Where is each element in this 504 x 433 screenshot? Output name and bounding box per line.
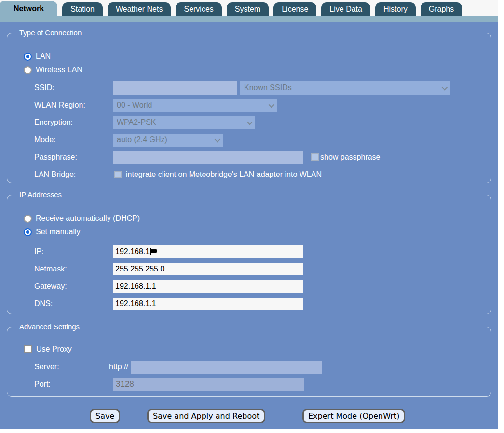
- active-tab-strip: [0, 16, 498, 22]
- tab-license[interactable]: License: [273, 2, 316, 16]
- lan-bridge-text: integrate client on Meteobridge's LAN ad…: [126, 170, 322, 179]
- set-manually-radio-label: Set manually: [36, 228, 81, 236]
- tab-live-data[interactable]: Live Data: [321, 2, 370, 16]
- http-prefix: http://: [109, 363, 128, 371]
- section-title: Advanced Settings: [17, 323, 82, 331]
- use-proxy-label: Use Proxy: [36, 345, 72, 353]
- section-title: IP Addresses: [17, 190, 64, 199]
- dns-label: DNS:: [34, 299, 113, 308]
- section-ip-addresses: IP Addresses Receive automatically (DHCP…: [7, 195, 491, 314]
- chevron-down-icon: [442, 84, 448, 90]
- expert-mode-button[interactable]: Expert Mode (OpenWrt): [302, 409, 405, 423]
- tab-weather-nets[interactable]: Weather Nets: [108, 2, 171, 16]
- netmask-input[interactable]: [113, 263, 303, 275]
- tab-graphs[interactable]: Graphs: [421, 2, 462, 16]
- dhcp-radio[interactable]: [24, 215, 32, 223]
- encryption-label: Encryption:: [34, 118, 113, 127]
- mode-label: Mode:: [34, 135, 113, 144]
- section-title: Type of Connection: [17, 28, 84, 37]
- wlan-region-value: 00 - World: [117, 101, 265, 109]
- proxy-port-label: Port:: [34, 380, 113, 389]
- chevron-down-icon: [247, 119, 253, 125]
- show-passphrase-checkbox[interactable]: [311, 153, 319, 161]
- lan-radio[interactable]: [24, 53, 32, 61]
- show-passphrase-label: show passphrase: [320, 153, 381, 162]
- gateway-label: Gateway:: [34, 282, 113, 291]
- network-settings-page: Network Station Weather Nets Services Sy…: [0, 0, 504, 433]
- proxy-server-input[interactable]: [131, 361, 322, 374]
- tab-system[interactable]: System: [227, 2, 269, 16]
- tab-network[interactable]: Network: [0, 1, 57, 16]
- mode-select[interactable]: auto (2.4 GHz): [113, 134, 223, 147]
- ip-label: IP:: [34, 247, 113, 256]
- gateway-input[interactable]: [113, 280, 303, 293]
- wlan-region-select[interactable]: 00 - World: [113, 99, 277, 112]
- chevron-down-icon: [215, 136, 221, 142]
- lan-radio-label: LAN: [36, 52, 51, 61]
- ssid-label: SSID:: [34, 83, 113, 92]
- netmask-label: Netmask:: [34, 265, 113, 273]
- wireless-lan-radio[interactable]: [24, 66, 32, 74]
- use-proxy-checkbox[interactable]: [24, 345, 32, 353]
- dns-input[interactable]: [113, 298, 303, 310]
- chevron-down-icon: [269, 101, 275, 108]
- passphrase-input[interactable]: [113, 151, 303, 164]
- set-manually-radio[interactable]: [24, 228, 32, 236]
- wireless-lan-radio-label: Wireless LAN: [36, 66, 82, 74]
- tab-services[interactable]: Services: [176, 2, 221, 16]
- encryption-value: WPA2-PSK: [117, 118, 243, 127]
- save-button[interactable]: Save: [90, 409, 120, 423]
- tab-history[interactable]: History: [375, 2, 416, 16]
- section-type-of-connection: Type of Connection LAN Wireless LAN SSID…: [7, 33, 491, 183]
- ip-value: 192.168.1: [115, 247, 150, 256]
- dhcp-radio-label: Receive automatically (DHCP): [36, 214, 140, 223]
- proxy-port-input[interactable]: [113, 378, 304, 391]
- tab-station[interactable]: Station: [62, 2, 103, 16]
- mode-value: auto (2.4 GHz): [117, 135, 211, 144]
- tab-bar: Network Station Weather Nets Services Sy…: [0, 0, 498, 16]
- known-ssids-select[interactable]: Known SSIDs: [240, 81, 450, 95]
- known-ssids-value: Known SSIDs: [244, 83, 438, 92]
- proxy-server-label: Server:: [34, 363, 109, 371]
- ip-input[interactable]: 192.168.1: [113, 245, 303, 258]
- passphrase-label: Passphrase:: [34, 153, 113, 162]
- wlan-region-label: WLAN Region:: [34, 101, 113, 109]
- lan-bridge-label: LAN Bridge:: [34, 170, 113, 179]
- save-apply-reboot-button[interactable]: Save and Apply and Reboot: [147, 409, 265, 423]
- section-advanced-settings: Advanced Settings Use Proxy Server: http…: [7, 327, 491, 397]
- text-cursor-icon: [150, 248, 157, 256]
- lan-bridge-checkbox[interactable]: [114, 171, 122, 178]
- content-area: Type of Connection LAN Wireless LAN SSID…: [0, 22, 498, 429]
- encryption-select[interactable]: WPA2-PSK: [113, 116, 255, 129]
- ssid-input[interactable]: [113, 81, 237, 95]
